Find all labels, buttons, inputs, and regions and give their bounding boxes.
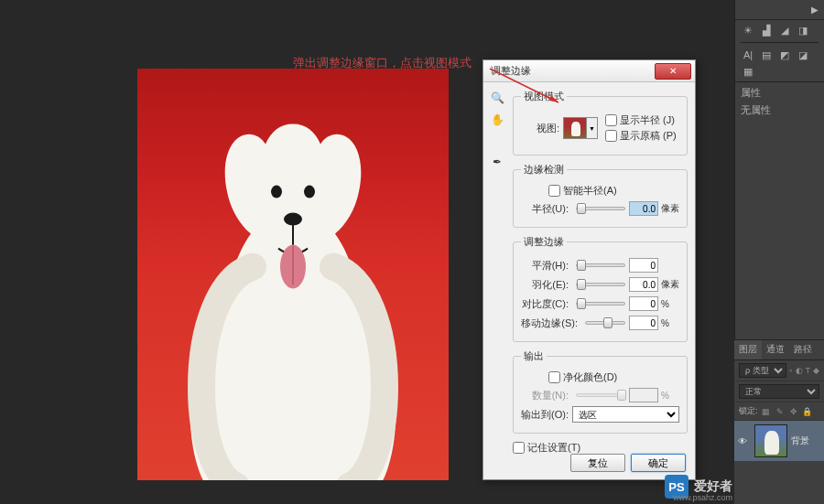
lock-move-icon[interactable]: ✥	[788, 406, 799, 417]
ok-button[interactable]: 确定	[631, 454, 686, 472]
hue-icon[interactable]: ▤	[759, 48, 774, 61]
refine-edge-dialog: 调整边缘 ✕ 🔍 ✋ ✒ 视图模式 视图: ▼ 显示半径 (J) 显示原稿 (P…	[482, 59, 696, 480]
brightness-icon[interactable]: ☀	[741, 24, 755, 37]
adjust-edge-fieldset: 调整边缘 平滑(H): 羽化(E): 像素 对比度(C): % 移动边缘(S):	[513, 235, 688, 342]
layer-filter-select[interactable]: ρ 类型	[739, 363, 786, 378]
dialog-titlebar[interactable]: 调整边缘 ✕	[483, 60, 695, 82]
view-mode-legend: 视图模式	[521, 90, 567, 103]
feather-unit: 像素	[661, 278, 679, 291]
lock-pixels-icon[interactable]: ▦	[761, 406, 772, 417]
layer-name: 背景	[791, 434, 809, 447]
balance-icon[interactable]: ◩	[777, 48, 792, 61]
shift-input[interactable]	[629, 316, 658, 330]
contrast-unit: %	[661, 299, 679, 309]
view-thumbnail[interactable]	[563, 117, 587, 139]
document-canvas[interactable]	[137, 69, 449, 480]
amount-label: 数量(N):	[521, 389, 569, 402]
annotation-text: 弹出调整边缘窗口，点击视图模式	[293, 55, 472, 71]
hand-tool-icon[interactable]: ✋	[489, 112, 505, 128]
filter-pixel-icon[interactable]: ▫	[789, 365, 793, 376]
panel-collapse-icon[interactable]: ▶	[811, 5, 819, 15]
text-icon[interactable]: A|	[741, 48, 755, 61]
reset-button[interactable]: 复位	[570, 454, 625, 472]
visibility-icon[interactable]: 👁	[738, 436, 751, 446]
remember-label: 记住设置(T)	[527, 441, 580, 455]
refine-brush-icon[interactable]: ✒	[489, 154, 505, 170]
radius-slider[interactable]	[576, 207, 625, 210]
amount-unit: %	[661, 391, 679, 401]
levels-icon[interactable]: ▟	[759, 24, 774, 37]
smart-radius-checkbox[interactable]	[548, 185, 560, 197]
view-dropdown-arrow[interactable]: ▼	[587, 117, 598, 139]
tab-layers[interactable]: 图层	[734, 340, 762, 359]
feather-slider[interactable]	[576, 283, 625, 286]
output-fieldset: 输出 净化颜色(D) 数量(N): % 输出到(O): 选区	[513, 349, 688, 434]
output-to-select[interactable]: 选区	[572, 406, 679, 423]
layer-thumbnail[interactable]	[754, 424, 787, 457]
show-original-label: 显示原稿 (P)	[620, 129, 677, 143]
decontaminate-label: 净化颜色(D)	[563, 370, 617, 384]
watermark-url: www.psahz.com	[673, 493, 732, 502]
svg-point-3	[304, 186, 315, 198]
smooth-input[interactable]	[629, 258, 658, 273]
amount-slider	[576, 393, 625, 397]
blend-mode-select[interactable]: 正常	[739, 384, 819, 399]
smooth-label: 平滑(H):	[521, 259, 569, 273]
lock-label: 锁定:	[739, 405, 758, 417]
shift-unit: %	[661, 318, 679, 328]
radius-input[interactable]	[629, 201, 658, 216]
edge-detect-fieldset: 边缘检测 智能半径(A) 半径(U): 像素	[513, 163, 688, 228]
exposure-icon[interactable]: ◨	[796, 24, 810, 37]
tab-paths[interactable]: 路径	[789, 340, 817, 359]
output-to-label: 输出到(O):	[521, 408, 569, 422]
shift-slider[interactable]	[585, 321, 625, 325]
filter-adjust-icon[interactable]: ◐	[796, 365, 803, 376]
decontaminate-checkbox[interactable]	[548, 371, 560, 383]
lock-brush-icon[interactable]: ✎	[775, 406, 786, 417]
amount-input	[629, 388, 658, 402]
smart-radius-label: 智能半径(A)	[563, 184, 617, 198]
view-label: 视图:	[521, 122, 559, 135]
layers-panel: 图层 通道 路径 ρ 类型 ▫ ◐ T ◆ 正常 锁定: ▦ ✎ ✥ 🔒 👁 背…	[734, 339, 824, 504]
show-radius-checkbox[interactable]	[605, 114, 617, 126]
adjust-edge-legend: 调整边缘	[521, 235, 567, 249]
dialog-title: 调整边缘	[487, 64, 655, 78]
contrast-slider[interactable]	[576, 302, 625, 306]
radius-label: 半径(U):	[521, 202, 569, 216]
filter-text-icon[interactable]: T	[806, 365, 811, 376]
remember-checkbox[interactable]	[513, 442, 525, 454]
properties-label: 属性	[741, 86, 819, 100]
zoom-tool-icon[interactable]: 🔍	[489, 90, 505, 106]
shift-label: 移动边缘(S):	[521, 316, 578, 330]
no-properties-label: 无属性	[741, 103, 819, 117]
contrast-label: 对比度(C):	[521, 297, 569, 311]
show-original-checkbox[interactable]	[605, 130, 617, 142]
filter-shape-icon[interactable]: ◆	[813, 365, 819, 376]
output-legend: 输出	[521, 349, 547, 363]
filter-icon[interactable]: ▦	[741, 65, 755, 78]
smooth-slider[interactable]	[576, 263, 625, 267]
dog-selection-mask	[165, 113, 421, 480]
bw-icon[interactable]: ◪	[796, 48, 810, 61]
curves-icon[interactable]: ◢	[777, 24, 792, 37]
layer-row-background[interactable]: 👁 背景	[734, 421, 824, 461]
dog-image-overlay	[137, 69, 449, 480]
contrast-input[interactable]	[629, 296, 658, 311]
close-icon: ✕	[669, 66, 677, 76]
show-radius-label: 显示半径 (J)	[620, 113, 675, 127]
edge-detect-legend: 边缘检测	[521, 163, 567, 177]
feather-input[interactable]	[629, 277, 658, 292]
feather-label: 羽化(E):	[521, 278, 569, 292]
close-button[interactable]: ✕	[655, 63, 691, 80]
lock-all-icon[interactable]: 🔒	[802, 406, 813, 417]
tab-channels[interactable]: 通道	[762, 340, 789, 359]
svg-point-2	[271, 186, 282, 198]
radius-unit: 像素	[661, 202, 679, 215]
view-mode-fieldset: 视图模式 视图: ▼ 显示半径 (J) 显示原稿 (P)	[513, 90, 688, 155]
svg-point-4	[284, 213, 302, 226]
